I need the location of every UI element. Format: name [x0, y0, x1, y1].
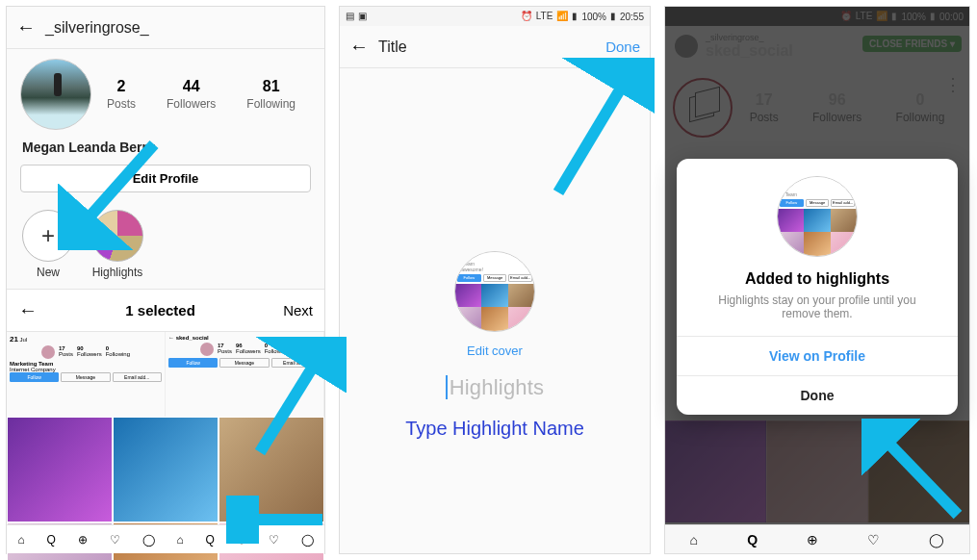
search-icon[interactable]: Q [747, 532, 758, 547]
highlight-new[interactable]: + New [22, 210, 74, 279]
status-time: 20:55 [620, 12, 644, 22]
home-icon[interactable]: ⌂ [176, 533, 183, 547]
profile-row: 2 Posts 44 Followers 81 Following [7, 49, 324, 134]
heart-icon[interactable]: ♡ [867, 532, 880, 547]
home-icon[interactable]: ⌂ [690, 532, 698, 547]
stat-posts[interactable]: 2 Posts [107, 78, 136, 111]
user-icon[interactable]: ◯ [929, 532, 944, 547]
edit-profile-button[interactable]: Edit Profile [20, 165, 311, 192]
profile-stats: 2 Posts 44 Followers 81 Following [91, 78, 311, 111]
mini-card-a: 21 Jul 17Posts90Followers0Following Mark… [7, 332, 166, 417]
user-icon[interactable]: ◯ [301, 533, 314, 547]
username-title: _silveringrose_ [45, 19, 315, 37]
add-icon[interactable]: ⊕ [807, 532, 818, 547]
title-header: ← Title Done [340, 26, 650, 68]
added-dialog: rg Team FollowMessageEmail add... Added … [677, 159, 958, 415]
selection-count: 1 selected [125, 302, 195, 318]
mini-previews: 21 Jul 17Posts90Followers0Following Mark… [7, 332, 324, 417]
dialog-done-button[interactable]: Done [677, 375, 958, 415]
battery-pct: 100% [581, 12, 606, 22]
title-panel: ▤▣ ⏰ LTE 📶 ▮ 100% ▮ 20:55 ← Title Done r… [339, 6, 651, 554]
highlight-name-input[interactable]: Highlights [446, 375, 545, 400]
story-tile[interactable] [7, 417, 113, 522]
stat-following[interactable]: 81 Following [246, 78, 296, 111]
highlight-thumb[interactable] [91, 210, 143, 262]
search-icon[interactable]: Q [206, 533, 215, 547]
view-on-profile-button[interactable]: View on Profile [677, 336, 958, 375]
dialog-subtitle: Highlights stay on your profile until yo… [677, 288, 958, 336]
story-tile[interactable] [113, 417, 219, 522]
annotation-caption: Type Highlight Name [405, 418, 584, 440]
bottom-nav: ⌂ Q ⊕ ♡ ◯ [665, 524, 969, 553]
alarm-icon: ⏰ [521, 12, 532, 21]
back-icon[interactable]: ← [18, 299, 38, 321]
bottom-nav: ⌂ Q ⊕ ♡ ◯ ⌂ Q ⊕ ♡ ◯ [7, 524, 324, 553]
header-title: Title [378, 38, 605, 56]
done-button[interactable]: Done [605, 38, 640, 55]
selection-bar: ← 1 selected Next [7, 289, 324, 332]
highlights-row: + New Highlights [7, 204, 324, 289]
signal-icon: ▮ [572, 12, 578, 21]
dialog-cover: rg Team FollowMessageEmail add... [777, 176, 858, 257]
home-icon[interactable]: ⌂ [17, 533, 24, 547]
profile-panel: ← _silveringrose_ 2 Posts 44 Followers 8… [6, 6, 325, 554]
user-icon[interactable]: ◯ [142, 533, 155, 547]
heart-icon[interactable]: ♡ [110, 533, 120, 547]
lte-icon: LTE [536, 12, 553, 21]
stat-followers[interactable]: 44 Followers [167, 78, 216, 111]
highlight-existing[interactable]: Highlights [91, 210, 143, 279]
story-tile[interactable] [219, 417, 324, 522]
dialog-title: Added to highlights [677, 270, 958, 288]
display-name: Megan Leanda Berry [7, 134, 324, 165]
back-icon[interactable]: ← [349, 36, 369, 58]
plus-icon[interactable]: + [22, 210, 74, 262]
next-button[interactable]: Next [283, 302, 313, 318]
heart-icon[interactable]: ♡ [269, 533, 279, 547]
profile-avatar[interactable] [20, 59, 91, 130]
photo-icon: ▤ [346, 12, 354, 21]
add-icon[interactable]: ⊕ [237, 533, 246, 547]
cover-preview[interactable]: rg Team e awesome! FollowMessageEmail ad… [454, 251, 535, 332]
back-icon[interactable]: ← [16, 16, 36, 38]
search-icon[interactable]: Q [47, 533, 56, 547]
status-bar: ▤▣ ⏰ LTE 📶 ▮ 100% ▮ 20:55 [340, 7, 650, 26]
center-column: rg Team e awesome! FollowMessageEmail ad… [340, 251, 650, 440]
profile-header: ← _silveringrose_ [7, 7, 324, 49]
added-panel: ⏰ LTE 📶 ▮ 100% ▮ 00:00 _silveringrose_ s… [664, 6, 970, 554]
edit-cover-link[interactable]: Edit cover [467, 344, 523, 358]
add-icon[interactable]: ⊕ [78, 533, 88, 547]
mini-card-b: ← sked_social 17Posts96Followers0Followi… [166, 332, 324, 417]
photo-icon: ▣ [358, 12, 367, 21]
battery-icon: ▮ [610, 12, 616, 21]
wifi-icon: 📶 [556, 12, 568, 21]
